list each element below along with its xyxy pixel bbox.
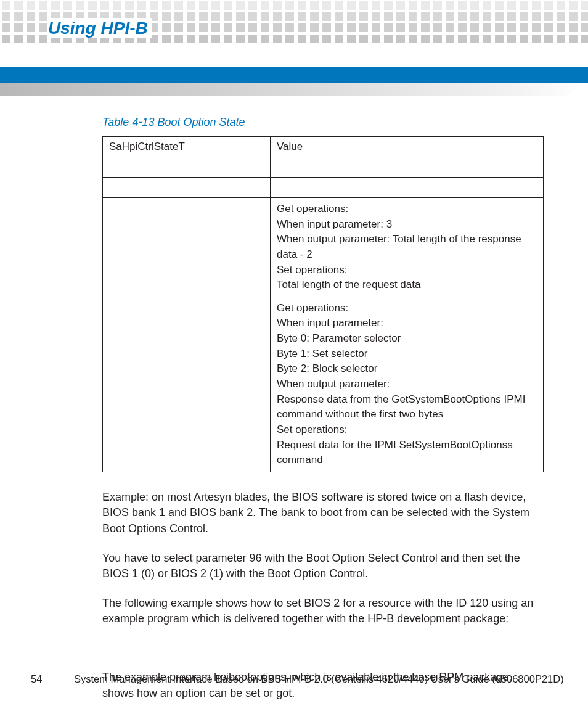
table-header-row: SaHpiCtrlStateT Value <box>103 137 544 157</box>
table-cell-line: When input parameter: <box>277 316 537 331</box>
table-cell-line: Byte 1: Set selector <box>277 347 537 362</box>
boot-option-state-table: SaHpiCtrlStateT Value Get operations:Whe… <box>102 136 544 472</box>
header-blue-bar <box>0 67 588 83</box>
body-paragraph: You have to select parameter 96 with the… <box>102 551 544 582</box>
table-cell <box>103 157 271 178</box>
page-footer: 54 System Management Interface Based on … <box>31 667 571 685</box>
table-cell-line: Set operations: <box>277 263 537 278</box>
table-cell-line: Byte 2: Block selector <box>277 361 537 377</box>
page-number: 54 <box>31 673 55 685</box>
table-cell: Get operations:When input parameter: 3Wh… <box>271 198 544 297</box>
table-header-cell: Value <box>271 137 544 157</box>
table-cell-line: When output parameter: <box>277 377 537 392</box>
table-caption: Table 4-13 Boot Option State <box>102 116 544 129</box>
body-paragraph: The following example shows how to set B… <box>102 596 544 627</box>
table-row: Get operations:When input parameter:Byte… <box>103 297 544 472</box>
table-cell <box>103 178 271 198</box>
header-gray-wedge <box>0 83 588 96</box>
table-header-cell: SaHpiCtrlStateT <box>103 137 271 157</box>
table-cell-line: Byte 0: Parameter selector <box>277 331 537 347</box>
table-row <box>103 157 544 178</box>
table-cell <box>103 198 271 297</box>
table-cell-line: When input parameter: 3 <box>277 217 537 232</box>
table-cell-line: Total length of the request data <box>277 277 537 293</box>
page-title: Using HPI-B <box>48 18 152 38</box>
table-cell <box>103 297 271 472</box>
body-paragraph <box>102 641 544 657</box>
table-cell-line: Request data for the IPMI SetSystemBootO… <box>277 438 537 468</box>
table-cell: Get operations:When input parameter:Byte… <box>271 297 544 472</box>
table-cell-line: Set operations: <box>277 422 537 438</box>
table-row <box>103 178 544 198</box>
table-cell <box>271 157 544 178</box>
table-cell-line: Response data from the GetSystemBootOpti… <box>277 392 537 422</box>
table-cell-line: Get operations: <box>277 202 537 217</box>
table-cell <box>271 178 544 198</box>
main-content: Table 4-13 Boot Option State SaHpiCtrlSt… <box>102 116 544 706</box>
table-cell-line: When output parameter: Total length of t… <box>277 232 537 262</box>
table-row: Get operations:When input parameter: 3Wh… <box>103 198 544 297</box>
footer-text: System Management Interface Based on BBS… <box>74 673 564 685</box>
body-paragraph: Example: on most Artesyn blades, the BIO… <box>102 490 544 537</box>
table-cell-line: Get operations: <box>277 301 537 316</box>
